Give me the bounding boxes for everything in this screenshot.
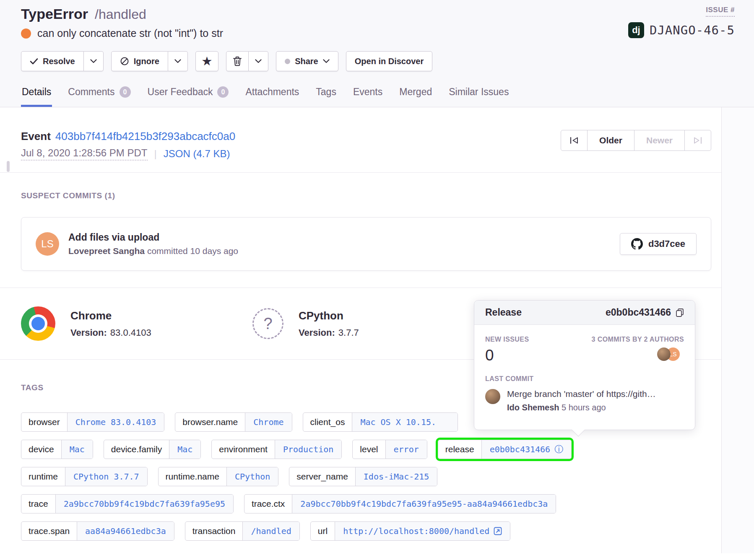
tag-value-link[interactable]: 2a9bcc70bb9f4c19bdc7fa639fa95e95-aa84a94…	[292, 495, 556, 513]
delete-button-group	[226, 51, 268, 71]
tab-details[interactable]: Details	[21, 86, 52, 107]
tag-value-link[interactable]: aa84a94661edbc3a	[77, 522, 174, 540]
version-label: Version:	[299, 327, 335, 338]
resolve-label: Resolve	[43, 57, 75, 66]
chevron-down-icon	[323, 59, 330, 63]
last-commit-message[interactable]: Merge branch 'master' of https://gith…	[507, 389, 656, 399]
chevron-down-icon	[90, 59, 97, 63]
tab-similar-issues[interactable]: Similar Issues	[448, 86, 510, 107]
suspect-commits-heading: SUSPECT COMMITS (1)	[21, 191, 711, 200]
event-header: Event 403bb7f414fb4215b3f293abcacfc0a0 J…	[0, 107, 721, 173]
commit-author-name: Lovepreet Sangha	[68, 246, 145, 256]
tag-value-link[interactable]: http://localhost:8000/handled	[335, 522, 510, 540]
tag-value-link[interactable]: Mac OS X 10.15.	[352, 413, 458, 431]
copy-icon[interactable]	[676, 308, 684, 317]
info-icon[interactable]: ⓘ	[554, 445, 563, 454]
issue-header: TypeError /handled can only concatenate …	[0, 0, 754, 107]
suspect-commit-card: LS Add files via upload Lovepreet Sangha…	[21, 217, 711, 271]
resolve-dropdown-button[interactable]	[84, 51, 104, 71]
tag-value-link[interactable]: /handled	[242, 522, 299, 540]
comments-count-badge: 0	[120, 86, 131, 98]
tab-label: Attachments	[245, 86, 299, 98]
tag-row: device Mac device.family Mac environment…	[21, 440, 711, 459]
last-commit-label: LAST COMMIT	[485, 375, 684, 383]
tag-value-link[interactable]: Chrome 83.0.4103	[67, 413, 164, 431]
commit-sha-label: d3d7cee	[648, 239, 685, 249]
issue-short-id: DJANGO-46-5	[650, 23, 735, 37]
browser-context: Chrome Version:83.0.4103	[21, 306, 252, 341]
tag-value-link[interactable]: CPython	[226, 467, 278, 486]
tag-value-link[interactable]: 2a9bcc70bb9f4c19bdc7fa639fa95e95	[55, 495, 233, 513]
open-in-discover-button[interactable]: Open in Discover	[346, 51, 433, 71]
ignore-button[interactable]: Ignore	[111, 51, 168, 71]
tab-events[interactable]: Events	[352, 86, 383, 107]
tag-key: trace.span	[21, 522, 77, 540]
tag-device: device Mac	[21, 440, 93, 459]
sidebar-drag-handle[interactable]	[7, 161, 10, 172]
tag-client-os: client_os Mac OS X 10.15.	[303, 412, 458, 432]
commit-sha-button[interactable]: d3d7cee	[620, 233, 697, 255]
right-gutter	[722, 107, 754, 553]
last-commit-author-avatar	[485, 389, 500, 404]
tag-environment: environment Production	[211, 440, 342, 459]
tag-key: browser	[21, 413, 67, 431]
tag-value-link[interactable]: Idos-iMac-215	[355, 467, 437, 486]
tag-url: url http://localhost:8000/handled	[310, 521, 511, 541]
tag-key: server_name	[289, 467, 355, 486]
ignore-dropdown-button[interactable]	[168, 51, 188, 71]
tag-value-link[interactable]: Mac	[61, 440, 93, 459]
meta-separator: |	[154, 148, 157, 160]
tag-value-text: http://localhost:8000/handled	[343, 526, 489, 536]
event-timestamp[interactable]: Jul 8, 2020 1:28:56 PM PDT	[21, 147, 148, 161]
issue-number-label: ISSUE #	[706, 6, 735, 17]
commits-label: 3 COMMITS BY 2 AUTHORS	[592, 336, 684, 343]
tag-server-name: server_name Idos-iMac-215	[289, 467, 437, 486]
tag-key: device.family	[104, 440, 169, 459]
tag-value-link[interactable]: error	[385, 440, 427, 459]
tag-browser-name: browser.name Chrome	[175, 412, 292, 432]
checkmark-icon	[30, 58, 38, 65]
issue-detail-page: TypeError /handled can only concatenate …	[0, 0, 754, 560]
skip-to-last-icon	[692, 136, 703, 145]
last-commit-author: Ido Shemesh	[507, 403, 559, 412]
tab-comments[interactable]: Comments 0	[67, 86, 131, 107]
external-link-icon[interactable]	[494, 527, 502, 535]
release-hovercard: Release e0b0bc431466 NEW ISSUES 0 3 COMM…	[474, 300, 695, 430]
tag-value-link[interactable]: Mac	[169, 440, 200, 459]
suspect-commits-section: SUSPECT COMMITS (1) LS Add files via upl…	[0, 173, 721, 288]
tag-value-link[interactable]: CPython 3.7.7	[65, 467, 147, 486]
tag-runtime: runtime CPython 3.7.7	[21, 467, 148, 486]
share-label: Share	[295, 57, 318, 66]
author-photo-avatar	[657, 347, 671, 361]
resolve-button[interactable]: Resolve	[21, 51, 84, 71]
older-event-button[interactable]: Older	[587, 130, 634, 151]
tag-device-family: device.family Mac	[104, 440, 201, 459]
tab-label: Comments	[68, 86, 114, 98]
newest-event-button	[684, 130, 711, 151]
ignore-label: Ignore	[134, 57, 159, 66]
newer-event-button: Newer	[634, 130, 685, 151]
event-json-link[interactable]: JSON (4.7 KB)	[164, 148, 230, 160]
tag-value-text: e0b0bc431466	[490, 444, 551, 454]
tag-trace-ctx: trace.ctx 2a9bcc70bb9f4c19bdc7fa639fa95e…	[244, 494, 556, 513]
oldest-event-button[interactable]	[561, 130, 588, 151]
delete-button[interactable]	[226, 51, 249, 71]
tab-attachments[interactable]: Attachments	[244, 86, 300, 107]
event-id-link[interactable]: 403bb7f414fb4215b3f293abcacfc0a0	[55, 130, 235, 143]
tag-value-link[interactable]: e0b0bc431466 ⓘ	[481, 440, 572, 459]
tag-row: runtime CPython 3.7.7 runtime.name CPyth…	[21, 467, 711, 486]
share-button[interactable]: Share	[276, 51, 338, 71]
tag-key: browser.name	[175, 413, 245, 431]
tag-key: release	[438, 440, 481, 459]
tag-value-link[interactable]: Production	[275, 440, 341, 459]
unknown-runtime-icon: ?	[252, 308, 283, 339]
tab-merged[interactable]: Merged	[398, 86, 433, 107]
tag-key: runtime	[21, 467, 65, 486]
delete-dropdown-button[interactable]	[249, 51, 268, 71]
tab-label: Tags	[316, 86, 336, 98]
tab-tags[interactable]: Tags	[315, 86, 337, 107]
tag-value-link[interactable]: Chrome	[245, 413, 291, 431]
tab-user-feedback[interactable]: User Feedback 0	[147, 86, 230, 107]
runtime-version: 3.7.7	[338, 327, 359, 338]
bookmark-star-button[interactable]: ★	[195, 51, 218, 71]
